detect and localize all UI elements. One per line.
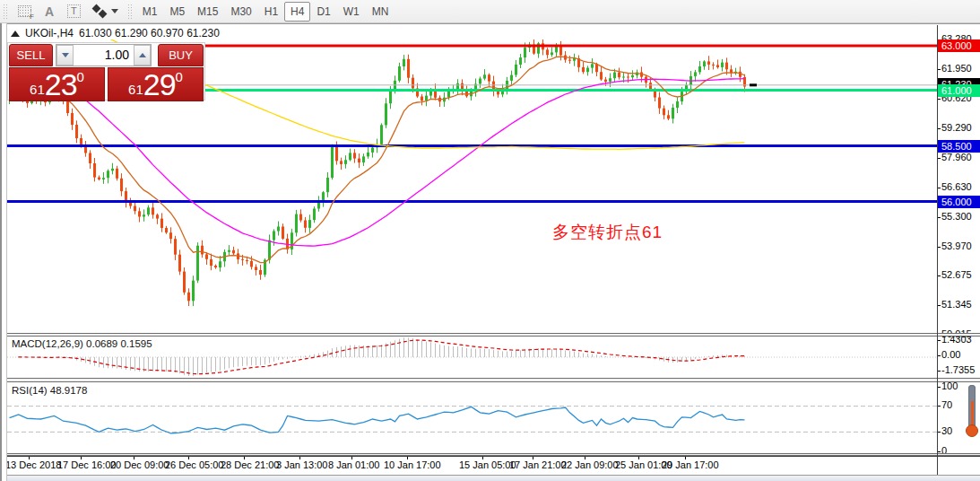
pane-splitter-rsi[interactable] — [0, 378, 980, 382]
diamonds-icon — [93, 5, 108, 18]
buy-price-point: 0 — [176, 70, 183, 83]
status-bar — [0, 476, 980, 481]
toolbar: F A T M1 M5 M15 M30 H1 H4 D1 W1 MN — [0, 0, 980, 23]
volume-decrease-button[interactable] — [56, 45, 74, 66]
buy-price-pips: 29 — [143, 73, 176, 98]
window-left-border — [0, 23, 7, 481]
toolbar-grip[interactable] — [3, 4, 9, 20]
cursor-mode-button[interactable] — [87, 2, 125, 22]
text-box-icon: T — [67, 4, 81, 18]
sell-price-prefix: 61 — [30, 83, 45, 96]
one-click-trade-panel: SELL 1.00 BUY 61230 61290 — [7, 42, 205, 101]
pane-splitter-macd[interactable] — [0, 333, 980, 337]
triangle-down-icon — [62, 53, 69, 57]
timeframe-h1[interactable]: H1 — [258, 2, 284, 22]
buy-button[interactable]: BUY — [158, 44, 204, 66]
sell-price-point: 0 — [77, 70, 84, 83]
time-axis-border — [0, 456, 980, 457]
text-label-tool-button[interactable]: A — [38, 2, 61, 22]
timeframe-d1[interactable]: D1 — [310, 2, 336, 22]
timeframe-m1[interactable]: M1 — [136, 2, 164, 22]
sell-button[interactable]: SELL — [9, 44, 53, 66]
ohlc-readout: 61.030 61.290 60.970 61.230 — [79, 27, 220, 39]
sell-price-pips: 23 — [45, 73, 77, 98]
price-axis-border — [937, 25, 938, 476]
symbol-title: UKOil-,H4 — [25, 27, 74, 39]
timeframe-m15[interactable]: M15 — [191, 2, 224, 22]
template-button[interactable]: F — [12, 2, 38, 22]
triangle-up-icon — [139, 53, 146, 57]
timeframe-w1[interactable]: W1 — [337, 2, 366, 22]
volume-increase-button[interactable] — [134, 45, 151, 66]
timeframe-mn[interactable]: MN — [366, 2, 395, 22]
toolbar-grip-2[interactable] — [127, 4, 134, 20]
text-label-icon: A — [45, 4, 54, 19]
collapse-arrow-icon[interactable] — [11, 31, 20, 37]
timeframe-m30[interactable]: M30 — [224, 2, 257, 22]
template-grid-icon: F — [18, 5, 31, 17]
sell-price-display[interactable]: 61230 — [9, 67, 105, 101]
chart-title: UKOil-,H4 61.030 61.290 60.970 61.230 — [11, 27, 220, 39]
volume-stepper: 1.00 — [56, 44, 152, 66]
buy-price-prefix: 61 — [128, 83, 143, 96]
text-box-tool-button[interactable]: T — [61, 2, 87, 22]
timeframe-m5[interactable]: M5 — [163, 2, 191, 22]
buy-price-display[interactable]: 61290 — [108, 67, 204, 101]
chevron-down-icon — [111, 9, 118, 13]
timeframe-h4[interactable]: H4 — [284, 2, 310, 22]
mt4-terminal: { "toolbar": { "icon_labels": { "grid_su… — [0, 0, 980, 481]
volume-input[interactable]: 1.00 — [74, 45, 134, 66]
